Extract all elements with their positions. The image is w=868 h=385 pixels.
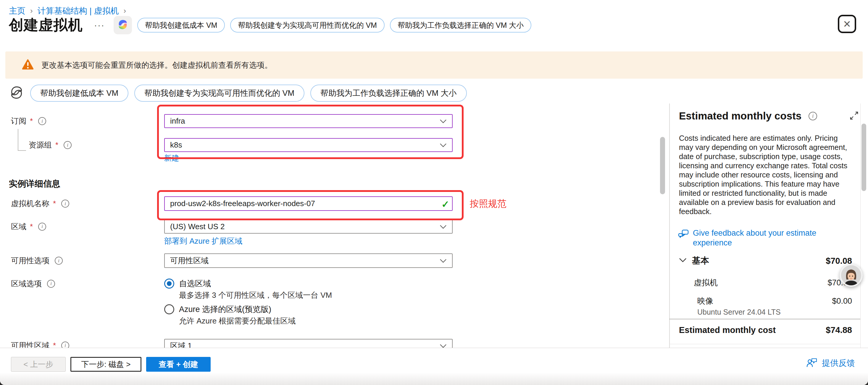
estimate-basic-label: 基本 [692,255,709,267]
vm-name-annotation-text: 按照规范 [470,197,506,210]
copilot-helper-row: 帮助我创建低成本 VM 帮助我创建专为实现高可用性而优化的 VM 帮助我为工作负… [9,85,467,102]
breadcrumb-separator-icon: › [124,6,126,15]
zone-options-label: 区域选项 i [11,278,55,289]
helper-right-vm-size-button[interactable]: 帮助我为工作负载选择正确的 VM 大小 [310,85,467,102]
info-icon[interactable]: i [38,117,46,125]
breadcrumb: 主页 › 计算基础结构 | 虚拟机 › [9,5,126,17]
info-icon[interactable]: i [55,257,63,265]
estimate-panel-title-row: Estimated monthly costs i [679,110,817,122]
form-scrollbar-thumb[interactable] [660,137,665,194]
estimate-total-amount: $74.88 [826,325,852,335]
estimate-row-image: 映像 $0.00 [679,296,852,306]
instance-details-heading: 实例详细信息 [9,178,60,190]
availability-options-value: 可用性区域 [170,255,209,266]
required-asterisk: * [55,140,58,150]
page-title: 创建虚拟机 [9,15,83,35]
copilot-icon [117,18,129,32]
estimate-feedback-text: Give feedback about your estimate experi… [693,228,838,248]
zone-option-azure-select-label: Azure 选择的区域(预览版) [179,304,271,315]
vm-name-input[interactable] [164,196,453,211]
collapse-panel-button[interactable] [850,111,859,121]
close-button[interactable]: ✕ [838,15,856,33]
estimate-total-label: Estimated monthly cost [679,325,776,335]
panel-scrollbar-thumb[interactable] [862,124,866,191]
subscription-dropdown[interactable]: infra [164,114,453,128]
footer-feedback-text: 提供反馈 [822,357,855,369]
person-feedback-icon [806,357,818,369]
resource-group-value: k8s [170,140,182,150]
more-menu-button[interactable]: ··· [94,20,105,30]
zone-option-azure-select-radio[interactable]: Azure 选择的区域(预览版) [164,304,271,315]
zone-option-self-select-label: 自选区域 [179,278,211,289]
estimate-vm-label: 虚拟机 [694,277,718,288]
review-create-button[interactable]: 查看 + 创建 [146,357,211,372]
panel-scrollbar-track [860,103,861,348]
chevron-down-icon [440,140,447,150]
copilot-suggestion-low-cost-vm[interactable]: 帮助我创建低成本 VM [137,18,225,33]
estimate-image-label: 映像 [697,296,713,306]
estimate-row-vm: 虚拟机 $70.08 [679,277,852,288]
vm-name-label: 虚拟机名称* i [11,196,69,211]
info-icon[interactable]: i [61,200,69,207]
footer-feedback-link[interactable]: 提供反馈 [806,357,855,369]
estimate-feedback-link[interactable]: Give feedback about your estimate experi… [678,228,838,248]
copilot-suggestion-high-availability-vm[interactable]: 帮助我创建专为实现高可用性而优化的 VM [230,18,384,33]
subscription-label: 订阅* i [11,114,46,128]
copilot-suggestion-right-vm-size[interactable]: 帮助我为工作负载选择正确的 VM 大小 [390,18,531,33]
next-disks-button[interactable]: 下一步: 磁盘 > [70,357,142,372]
breadcrumb-virtual-machines[interactable]: 计算基础结构 | 虚拟机 [38,5,119,17]
zone-option-self-select-description: 最多选择 3 个可用性区域，每个区域一台 VM [179,290,332,300]
chevron-down-icon [679,258,687,264]
helper-high-availability-vm-button[interactable]: 帮助我创建专为实现高可用性而优化的 VM [134,85,304,102]
estimate-divider [669,319,860,319]
resource-group-connector-line [18,129,26,151]
required-asterisk: * [30,117,33,126]
resource-group-label: 资源组* i [29,138,71,152]
chevron-down-icon [440,256,447,265]
info-icon[interactable]: i [64,141,71,149]
radio-selected-icon [164,279,174,289]
subscription-value: infra [170,117,185,126]
estimate-bottom-divider [669,344,860,344]
assistant-avatar[interactable] [840,264,863,287]
estimate-row-basic[interactable]: 基本 $70.08 [679,255,852,267]
info-icon[interactable]: i [47,280,55,288]
info-icon[interactable]: i [38,223,46,231]
collapse-diagonal-icon [850,116,859,121]
helper-low-cost-vm-button[interactable]: 帮助我创建低成本 VM [30,85,128,102]
radio-unselected-icon [164,304,174,314]
edge-zone-link[interactable]: 部署到 Azure 扩展区域 [164,236,242,246]
footer-bar: < 上一步 下一步: 磁盘 > 查看 + 创建 提供反馈 [0,348,868,385]
info-icon[interactable]: i [809,112,817,120]
region-value: (US) West US 2 [170,222,224,231]
copilot-button[interactable] [114,16,132,34]
estimate-image-sub: Ubuntu Server 24.04 LTS [697,308,781,316]
estimate-disclaimer: Costs indicated here are estimates only.… [679,134,850,216]
required-asterisk: * [30,222,33,231]
warning-banner-text: 更改基本选项可能会重置所做的选择。创建虚拟机前查看所有选项。 [41,60,272,70]
title-row: 创建虚拟机 ··· 帮助我创建低成本 VM [9,15,531,35]
estimate-panel-title: Estimated monthly costs [679,110,801,122]
warning-banner: 更改基本选项可能会重置所做的选择。创建虚拟机前查看所有选项。 [5,52,863,79]
close-icon: ✕ [843,18,851,30]
create-new-resource-group-link[interactable]: 新建 [164,153,179,163]
breadcrumb-separator-icon: › [30,6,33,15]
panel-divider [669,103,670,348]
valid-check-icon: ✓ [441,199,450,210]
availability-options-dropdown[interactable]: 可用性区域 [164,253,453,268]
previous-button[interactable]: < 上一步 [11,357,66,372]
breadcrumb-home[interactable]: 主页 [9,5,26,17]
availability-options-label: 可用性选项 i [11,253,63,268]
region-label: 区域* i [11,219,46,234]
feedback-bubbles-icon [678,228,689,248]
region-dropdown[interactable]: (US) West US 2 [164,219,453,234]
zone-option-azure-select-description: 允许 Azure 根据需要分配最佳区域 [179,316,296,326]
warning-icon [22,59,34,71]
chevron-down-icon [440,222,447,231]
estimate-image-amount: $0.00 [832,297,852,306]
zone-option-self-select-radio[interactable]: 自选区域 [164,278,211,289]
estimate-total-row: Estimated monthly cost $74.88 [679,325,852,335]
avatar-illustration [841,265,861,285]
resource-group-dropdown[interactable]: k8s [164,138,453,152]
chevron-down-icon [440,117,447,126]
